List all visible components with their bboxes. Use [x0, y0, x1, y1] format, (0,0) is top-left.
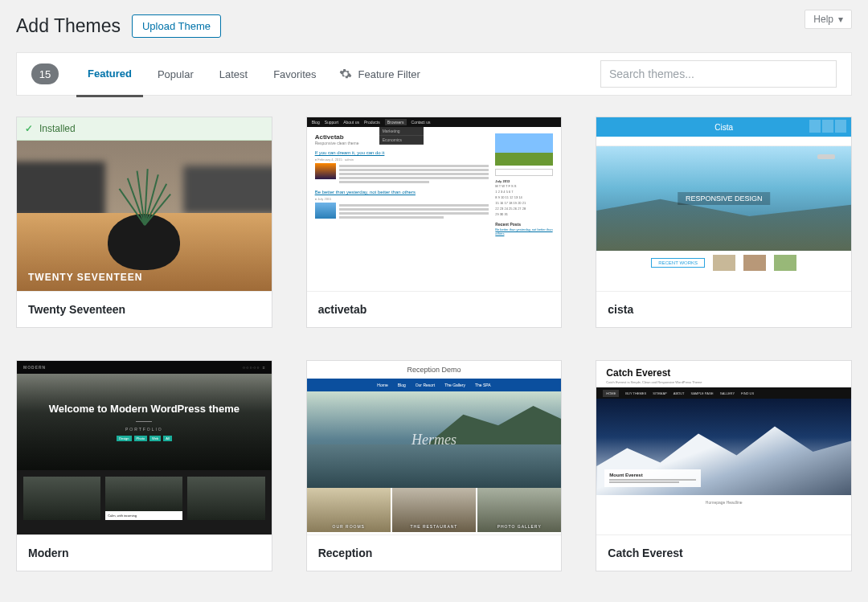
theme-count-badge: 15	[31, 63, 59, 84]
filter-bar: 15 Featured Popular Latest Favorites Fea…	[16, 52, 852, 96]
check-icon: ✓	[25, 123, 33, 134]
theme-card-catch-everest[interactable]: Catch Everest Catch Everest is Simple, C…	[596, 360, 852, 571]
installed-badge: ✓ Installed	[17, 117, 272, 141]
search-input[interactable]	[600, 60, 837, 88]
search-box	[600, 60, 837, 88]
theme-preview: Catch Everest Catch Everest is Simple, C…	[596, 361, 851, 534]
upload-theme-button[interactable]: Upload Theme	[132, 14, 221, 38]
theme-name: Reception	[307, 534, 562, 571]
theme-card-cista[interactable]: Cista RESPONSIVE DESIGN RECENT WORKS cis…	[596, 117, 852, 328]
theme-name: Catch Everest	[596, 534, 851, 571]
installed-label: Installed	[39, 123, 76, 134]
feature-filter-label: Feature Filter	[358, 68, 420, 80]
theme-preview: Reception Demo HomeBlogOur ResortThe Gal…	[307, 361, 562, 534]
theme-card-modern[interactable]: MODERN○ ○ ○ ○ ○ ≡ Welcome to Modern Word…	[16, 360, 272, 571]
help-label: Help	[813, 14, 833, 25]
theme-card-activetab[interactable]: BlogSupportAbout usProductsBrowsersConta…	[306, 117, 563, 328]
theme-preview: ✓ Installed TWENTY SEVENTEEN	[17, 117, 272, 291]
theme-preview: Cista RESPONSIVE DESIGN RECENT WORKS	[596, 117, 851, 291]
tab-latest[interactable]: Latest	[208, 62, 259, 87]
tab-popular[interactable]: Popular	[146, 62, 205, 87]
theme-name: cista	[596, 291, 851, 327]
help-button[interactable]: Help ▾	[805, 10, 852, 29]
tab-favorites[interactable]: Favorites	[262, 62, 327, 87]
theme-name: activetab	[307, 291, 562, 327]
chevron-down-icon: ▾	[838, 14, 843, 25]
theme-card-twenty-seventeen[interactable]: ✓ Installed TWENTY SEVENTEEN Twenty Se	[16, 117, 272, 328]
theme-name: Twenty Seventeen	[17, 291, 272, 327]
tab-featured[interactable]: Featured	[76, 61, 143, 97]
theme-preview: BlogSupportAbout usProductsBrowsersConta…	[307, 117, 562, 291]
gear-icon	[339, 68, 352, 80]
page-title: Add Themes	[16, 15, 121, 37]
theme-name: Modern	[17, 534, 272, 571]
theme-card-reception[interactable]: Reception Demo HomeBlogOur ResortThe Gal…	[306, 360, 563, 571]
theme-preview: MODERN○ ○ ○ ○ ○ ≡ Welcome to Modern Word…	[17, 361, 272, 534]
feature-filter-button[interactable]: Feature Filter	[339, 68, 420, 80]
preview-title: TWENTY SEVENTEEN	[28, 272, 142, 283]
